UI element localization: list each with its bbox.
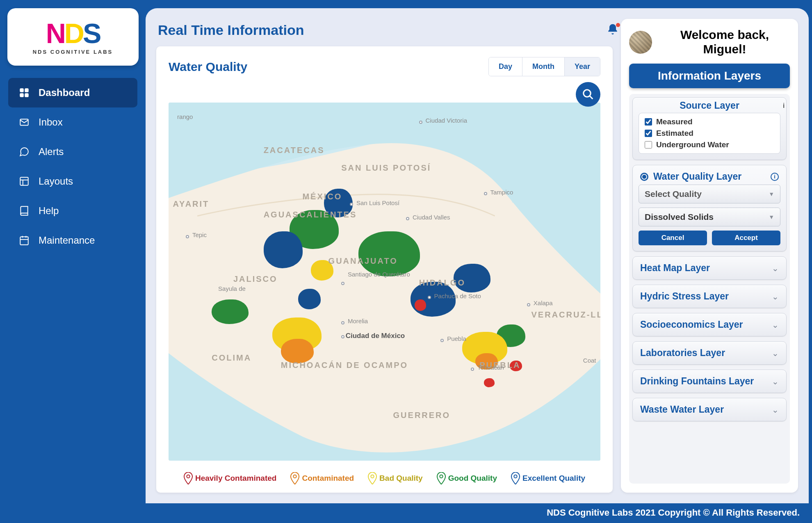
legend-item: Bad Quality — [368, 472, 423, 484]
layers-header: Information Layers — [629, 64, 790, 88]
source-option[interactable]: Measured — [645, 117, 774, 126]
welcome-text: Welcome back,Miguel! — [659, 28, 790, 56]
legend-label: Heavily Contaminated — [195, 474, 277, 483]
range-day[interactable]: Day — [489, 57, 522, 76]
map-city-label: Ciudad de México — [346, 332, 405, 340]
checkbox[interactable] — [645, 141, 652, 148]
radio-selected-icon[interactable] — [640, 173, 648, 181]
layer-groups: Source Layer i MeasuredEstimatedUndergro… — [629, 94, 790, 484]
map-city-label: Ciudad Victoria — [426, 117, 467, 124]
legend-label: Bad Quality — [379, 474, 423, 483]
sidebar-item-layouts[interactable]: Layouts — [8, 167, 137, 196]
group-collapsed: Hydric Stress Layer⌄ — [632, 285, 787, 308]
group-title: Water Quality Layer — [653, 171, 741, 182]
svg-rect-3 — [25, 94, 28, 97]
map-city-label: Morelia — [348, 317, 368, 324]
cancel-button[interactable]: Cancel — [639, 231, 707, 245]
map-city-label: Sayula de — [218, 285, 246, 292]
map-state-label: GUERRERO — [393, 411, 451, 420]
search-icon — [582, 88, 594, 100]
nav: Dashboard Inbox Alerts Layouts Help Main… — [8, 78, 137, 255]
svg-rect-2 — [20, 94, 23, 97]
group-toggle[interactable]: Socioeconomics Layer⌄ — [633, 313, 786, 336]
info-icon[interactable]: i — [783, 102, 785, 110]
chevron-down-icon: ▼ — [769, 214, 774, 220]
option-label: Estimated — [656, 129, 693, 138]
svg-point-14 — [187, 475, 189, 478]
map-state-label: AGUASCALIENTES — [264, 210, 357, 219]
svg-rect-0 — [20, 89, 23, 92]
group-title: Hydric Stress Layer — [640, 291, 729, 302]
group-collapsed: Waste Water Layer⌄ — [632, 398, 787, 421]
svg-rect-8 — [20, 237, 28, 245]
right-panel: Welcome back,Miguel! Information Layers … — [621, 19, 798, 493]
footer-copyright: NDS Cognitive Labs 2021 Copyright © All … — [0, 503, 812, 523]
group-collapsed: Heat Map Layer⌄ — [632, 256, 787, 280]
sidebar-item-label: Maintenance — [39, 235, 95, 246]
sidebar-item-label: Inbox — [39, 116, 63, 128]
sidebar-item-maintenance[interactable]: Maintenance — [8, 226, 137, 255]
select-quality[interactable]: Select Quality ▼ — [639, 185, 780, 203]
avatar[interactable] — [629, 31, 652, 54]
page-title: Real Time Information — [158, 22, 613, 38]
group-toggle[interactable]: Laboratories Layer⌄ — [633, 342, 786, 364]
range-month[interactable]: Month — [522, 57, 564, 76]
map[interactable]: ZACATECAS SAN LUIS POTOSÍ MÉXICO AGUASCA… — [169, 103, 600, 461]
map-search-button[interactable] — [576, 82, 600, 107]
group-title: Laboratories Layer — [640, 347, 725, 359]
water-quality-card: Water Quality Day Month Year — [156, 46, 613, 493]
map-state-label: GUANAJUATO — [328, 256, 398, 266]
mail-icon — [19, 117, 30, 128]
group-toggle[interactable]: Hydric Stress Layer⌄ — [633, 285, 786, 308]
select-parameter[interactable]: Dissolved Solids ▼ — [639, 208, 780, 226]
svg-point-16 — [371, 475, 374, 478]
group-toggle[interactable]: Drinking Fountains Layer⌄ — [633, 370, 786, 393]
sidebar-item-label: Dashboard — [39, 87, 90, 98]
sidebar-item-help[interactable]: Help — [8, 196, 137, 226]
sidebar: NDS NDS COGNITIVE LABS Dashboard Inbox A… — [0, 8, 146, 503]
checkbox[interactable] — [645, 118, 652, 126]
legend-item: Contaminated — [290, 472, 354, 484]
map-city-label: Coat — [583, 357, 596, 364]
legend-label: Good Quality — [448, 474, 497, 483]
option-label: Measured — [656, 117, 693, 126]
legend: Heavily ContaminatedContaminatedBad Qual… — [169, 461, 600, 484]
map-city-label: Santiago de Querétaro — [348, 271, 410, 278]
sidebar-item-dashboard[interactable]: Dashboard — [8, 78, 137, 107]
notifications-button[interactable] — [606, 23, 619, 38]
map-state-label: AYARIT — [173, 199, 210, 209]
map-city-label: Ciudad Valles — [413, 214, 450, 221]
sidebar-item-label: Help — [39, 205, 59, 217]
group-toggle[interactable]: Waste Water Layer⌄ — [633, 398, 786, 421]
group-title: Drinking Fountains Layer — [640, 376, 754, 387]
group-title: Source Layer — [680, 100, 739, 111]
sidebar-item-label: Alerts — [39, 146, 64, 158]
chevron-down-icon: ⌄ — [772, 263, 779, 273]
notification-dot-icon — [616, 23, 620, 27]
sidebar-item-alerts[interactable]: Alerts — [8, 137, 137, 167]
source-option[interactable]: Estimated — [645, 129, 774, 138]
group-title: Heat Map Layer — [640, 263, 710, 274]
group-toggle[interactable]: Heat Map Layer⌄ — [633, 257, 786, 279]
map-city-label: Tampico — [490, 189, 513, 196]
range-year[interactable]: Year — [564, 57, 600, 76]
sidebar-item-inbox[interactable]: Inbox — [8, 107, 137, 137]
map-city-label: rango — [177, 113, 193, 120]
checkbox[interactable] — [645, 130, 652, 137]
legend-item: Heavily Contaminated — [184, 472, 277, 484]
time-range-segment: Day Month Year — [488, 57, 600, 76]
map-state-label: SAN LUIS POTOSÍ — [341, 163, 431, 173]
svg-line-13 — [590, 96, 593, 99]
map-city-label: Pachuca de Soto — [434, 292, 481, 299]
chevron-down-icon: ⌄ — [772, 292, 779, 301]
svg-rect-5 — [20, 177, 28, 185]
accept-button[interactable]: Accept — [712, 231, 780, 245]
group-title: Waste Water Layer — [640, 404, 724, 415]
group-water-quality-layer: Water Quality Layer i Select Quality ▼ D… — [632, 165, 787, 251]
map-state-label: VERACRUZ-LLAVE — [531, 310, 600, 320]
chevron-down-icon: ⌄ — [772, 377, 779, 386]
chevron-down-icon: ▼ — [769, 191, 774, 197]
source-option[interactable]: Underground Water — [645, 140, 774, 149]
map-state-label: HIDALGO — [419, 278, 465, 288]
info-icon[interactable]: i — [771, 173, 779, 181]
